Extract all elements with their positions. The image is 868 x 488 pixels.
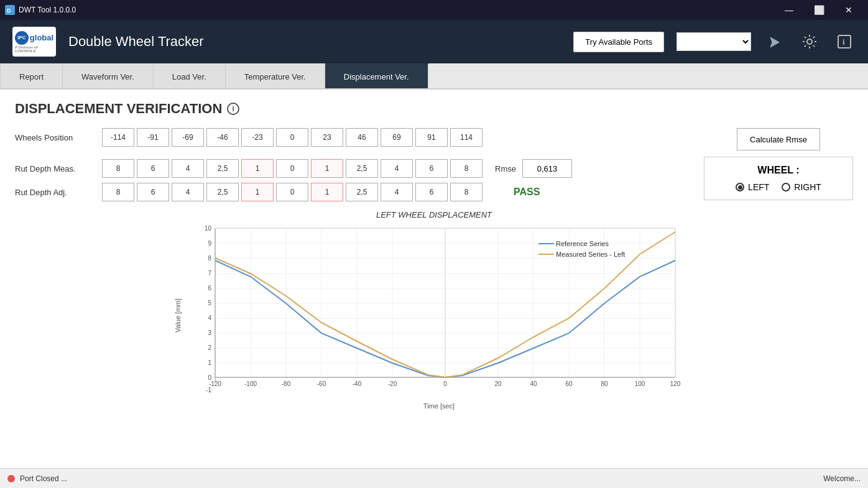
svg-text:8: 8 (208, 255, 211, 262)
rut-adj-0: 8 (102, 183, 134, 201)
tab-waveform[interactable]: Waveform Ver. (63, 63, 154, 88)
pos-box-0: -114 (102, 128, 134, 147)
rut-meas-10: 8 (450, 159, 482, 178)
tab-load[interactable]: Load Ver. (154, 63, 226, 88)
svg-text:1: 1 (208, 359, 211, 366)
window-controls: — ⬜ ✕ (775, 0, 863, 20)
svg-text:2: 2 (208, 344, 211, 351)
radio-right[interactable]: RIGHT (782, 182, 821, 192)
tab-bar: Report Waveform Ver. Load Ver. Temperatu… (0, 63, 868, 90)
svg-text:D: D (7, 7, 11, 14)
logo-ipc-text: global (30, 33, 53, 42)
rut-adj-5: 0 (276, 183, 308, 201)
svg-text:10: 10 (205, 225, 212, 232)
pos-box-10: 114 (450, 128, 482, 147)
wheels-position-row: Wheels Position -114 -91 -69 -46 -23 0 2… (15, 128, 691, 147)
pass-text: PASS (514, 186, 540, 197)
chart-with-ylabel: Value [mm] (174, 222, 694, 410)
svg-text:9: 9 (208, 240, 211, 247)
rut-meas-boxes: 8 6 4 2,5 1 0 1 2,5 4 6 8 (102, 159, 482, 178)
svg-text:i: i (843, 37, 845, 47)
svg-text:-1: -1 (206, 387, 211, 394)
wheel-radio-group: LEFT RIGHT (717, 182, 840, 192)
pos-box-6: 23 (311, 128, 343, 147)
app-title: Double Wheel Tracker (68, 34, 204, 50)
rut-meas-2: 4 (172, 159, 204, 178)
svg-text:5: 5 (208, 300, 211, 306)
svg-text:20: 20 (494, 380, 502, 387)
chart-svg-wrapper: 10 9 8 7 6 5 4 3 2 1 0 -1 -120 -100 -80 (184, 222, 694, 410)
pass-status: PASS (495, 186, 540, 198)
calculate-rmse-button[interactable]: Calculate Rmse (737, 128, 820, 150)
rut-adj-4: 1 (241, 183, 274, 201)
rmse-value: 0,613 (522, 159, 572, 178)
svg-text:40: 40 (530, 380, 537, 387)
connect-icon[interactable] (764, 30, 786, 53)
svg-text:-80: -80 (282, 380, 291, 387)
tab-temperature[interactable]: Temperature Ver. (226, 63, 325, 88)
radio-right-label: RIGHT (794, 182, 821, 192)
tab-report[interactable]: Report (0, 63, 63, 88)
rut-adj-10: 8 (450, 183, 482, 201)
rut-adj-2: 4 (172, 183, 204, 201)
radio-left-label: LEFT (748, 182, 769, 192)
pos-box-9: 91 (415, 128, 448, 147)
header: IPC global A Division of CONTROLS Double… (0, 20, 868, 63)
svg-text:-100: -100 (244, 380, 257, 387)
svg-text:4: 4 (208, 315, 211, 321)
radio-left[interactable]: LEFT (736, 182, 769, 192)
legend-ref-label: Reference Series (556, 240, 609, 247)
pos-box-2: -69 (172, 128, 204, 147)
settings-icon[interactable] (798, 30, 821, 53)
close-button[interactable]: ✕ (834, 0, 863, 20)
rut-adj-8: 4 (381, 183, 413, 201)
chart-title: LEFT WHEEL DISPLACEMENT (376, 210, 492, 219)
logo-container: IPC global A Division of CONTROLS Double… (12, 27, 204, 57)
rut-adj-7: 2,5 (346, 183, 378, 201)
logo: IPC global A Division of CONTROLS (12, 27, 56, 57)
rut-meas-7: 2,5 (346, 159, 378, 178)
svg-text:60: 60 (565, 380, 573, 387)
status-bar: Port Closed ... Welcome... (0, 468, 868, 488)
rut-meas-8: 4 (381, 159, 413, 178)
svg-text:-60: -60 (317, 380, 326, 387)
rut-adj-boxes: 8 6 4 2,5 1 0 1 2,5 4 6 8 (102, 183, 482, 201)
radio-right-circle (782, 183, 790, 191)
try-available-ports-button[interactable]: Try Available Ports (573, 32, 664, 52)
wheel-selector-title: WHEEL : (717, 165, 840, 176)
page-title-row: DISPLACEMENT VERIFICATION i (15, 101, 853, 117)
svg-text:6: 6 (208, 285, 211, 292)
radio-left-circle (736, 183, 744, 191)
rut-meas-9: 6 (415, 159, 448, 178)
pos-box-7: 46 (346, 128, 378, 147)
rut-meas-3: 2,5 (206, 159, 239, 178)
y-axis-label: Value [mm] (174, 235, 182, 397)
logo-subtitle: A Division of CONTROLS (15, 45, 53, 53)
controls-right: Calculate Rmse WHEEL : LEFT RIGHT (704, 128, 853, 200)
app-icon: D (5, 5, 15, 15)
title-bar-label: DWT Tool 1.0.0.0 (19, 6, 775, 14)
status-dot (7, 475, 15, 482)
page-info-icon[interactable]: i (227, 103, 239, 115)
rmse-label: Rmse (495, 164, 516, 173)
maximize-button[interactable]: ⬜ (805, 0, 833, 20)
svg-text:80: 80 (601, 380, 608, 387)
rut-adj-9: 6 (415, 183, 448, 201)
main-content: DISPLACEMENT VERIFICATION i Wheels Posit… (0, 90, 868, 468)
pos-box-1: -91 (137, 128, 169, 147)
minimize-button[interactable]: — (775, 0, 803, 20)
controls-left: Wheels Position -114 -91 -69 -46 -23 0 2… (15, 128, 691, 205)
svg-text:120: 120 (670, 380, 681, 387)
rut-adj-3: 2,5 (206, 183, 239, 201)
port-dropdown[interactable] (676, 32, 751, 51)
rut-adj-row: Rut Depth Adj. 8 6 4 2,5 1 0 1 2,5 4 6 8… (15, 183, 691, 201)
top-controls: Wheels Position -114 -91 -69 -46 -23 0 2… (15, 128, 853, 205)
svg-point-3 (807, 39, 812, 44)
svg-text:0: 0 (443, 380, 447, 387)
rut-adj-6: 1 (311, 183, 343, 201)
info-header-icon[interactable]: i (833, 30, 856, 53)
tab-displacement[interactable]: Displacement Ver. (325, 63, 428, 88)
port-dropdown-wrapper (676, 32, 751, 51)
svg-text:3: 3 (208, 329, 211, 336)
svg-text:100: 100 (635, 380, 645, 387)
